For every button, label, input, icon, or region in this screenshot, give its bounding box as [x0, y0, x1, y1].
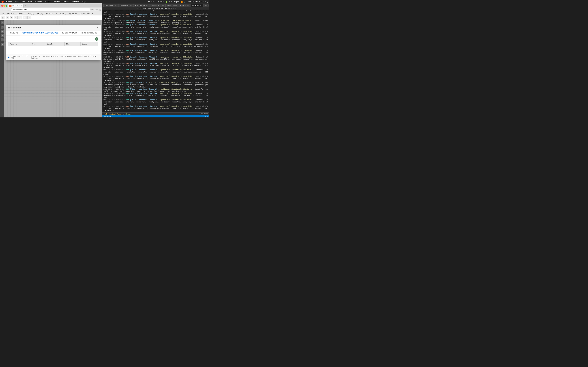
toolbar-btn-1[interactable]: ⬚: [1, 16, 5, 19]
nifi-settings-modal: NiFi Settings ✕ GENERAL REPORTING TASK C…: [6, 25, 101, 60]
term-tab-nifi[interactable]: nifi/instance ( ⌘2: [119, 4, 134, 7]
log-class: o.apache.nifi.security.xml.XXEValidator: [158, 31, 194, 32]
table-header: Name ▲ Type Bundle State Scope: [9, 42, 98, 46]
sidebar-navigate-icon[interactable]: ⊕: [1, 21, 4, 24]
bookmark-nifinnao[interactable]: NiFi (n.n.a.o): [55, 13, 67, 15]
bookmark-tl[interactable]: TL: [1, 13, 5, 15]
last-updated-section: Last updated: 19:21:58 PDT: [8, 55, 30, 59]
menu-edit[interactable]: Edit: [21, 1, 26, 3]
log-date: 2019-06-10 19:22:43,649: [103, 69, 124, 71]
toolbar-btn-6[interactable]: ⟳: [23, 16, 26, 19]
forward-button[interactable]: ›: [4, 8, 6, 11]
battery-status: 🔋 134% Charged: [165, 1, 179, 3]
term-tab-snap1[interactable]: 1.10.0-SNA... ⌘1: [103, 4, 119, 7]
toolbar-btn-4[interactable]: ▷: [14, 16, 17, 19]
log-level: INFO: [125, 50, 129, 51]
term-tab-w7[interactable]: -W (bash) ⌘7: [191, 4, 204, 7]
menu-scripts[interactable]: Scripts: [44, 1, 51, 3]
log-line: 2019-06-10 19:22:45,389 INFO [Flow Servi…: [103, 88, 208, 92]
wifi-icon: 📶: [181, 1, 183, 3]
menu-window[interactable]: Window: [71, 1, 79, 3]
add-service-button[interactable]: +: [95, 37, 98, 41]
log-level: INFO: [125, 24, 129, 26]
window-close-button[interactable]: [1, 5, 3, 7]
sidebar-process-icon[interactable]: P: [1, 25, 4, 29]
menu-profiles[interactable]: Profiles: [53, 1, 60, 3]
term-tab-label: -W (bash): [167, 4, 173, 6]
term-tab-label: -W (bash): [180, 4, 186, 6]
log-thread: [Validate Components Thread-5]: [130, 24, 157, 26]
sidebar-run-icon[interactable]: ▶: [1, 30, 4, 33]
log-level: INFO: [125, 69, 129, 71]
tab-general[interactable]: GENERAL: [8, 31, 20, 35]
menu-shell[interactable]: Shell: [14, 1, 20, 3]
tab-reporting-controller[interactable]: REPORTING TASK CONTROLLER SERVICES: [20, 31, 60, 35]
modal-close-button[interactable]: ✕: [96, 26, 98, 29]
log-line: 2019-06-10 19:22:33,641 INFO [Validate C…: [103, 37, 208, 43]
apple-menu[interactable]: 🍎: [1, 0, 4, 3]
nifi-favicon: N: [9, 5, 11, 7]
log-thread: [Validate Components Thread-4]: [130, 31, 157, 32]
bookmark-nifi1h[interactable]: NiFi (1h): [27, 13, 35, 15]
menu-session[interactable]: Session: [35, 1, 43, 3]
log-line: 2019-06-10 19:22:38,644 INFO [Validate C…: [103, 50, 208, 56]
bookmark-other[interactable]: Other Bookmarks: [79, 13, 94, 15]
log-line: 2019-06-10 19:22:23,750 INFO [Flow Servi…: [103, 20, 208, 24]
browser-nav: ‹ › ↻ Incognito ☆: [0, 8, 102, 12]
term-tab-w6[interactable]: -W (bash) ⌘6: [178, 4, 191, 7]
log-thread: [Validate Components Thread-4]: [130, 75, 157, 77]
menu-toolbelt[interactable]: Toolbelt: [62, 1, 70, 3]
tab-close-button[interactable]: ✕: [21, 5, 22, 7]
toolbar-btn-5[interactable]: ◻: [18, 16, 22, 19]
terminal-content[interactable]: 2019-06-10 19:22:03,688 WARN [Validate C…: [103, 10, 209, 112]
log-thread: [Validate Components Thread-4]: [130, 63, 157, 64]
modal-overlay: NiFi Settings ✕ GENERAL REPORTING TASK C…: [4, 20, 102, 117]
tab-registry-clients[interactable]: REGISTRY CLIENTS: [79, 31, 99, 35]
back-button[interactable]: ‹: [1, 8, 3, 11]
toolbar-btn-3[interactable]: ≡: [10, 16, 13, 19]
bookmark-nifi9443[interactable]: NiFi 9443: [45, 13, 54, 15]
bookmark-star-icon[interactable]: ☆: [99, 8, 101, 11]
log-level: WARN: [125, 56, 129, 58]
col-header-name[interactable]: Name ▲: [9, 42, 30, 46]
log-level: INFO: [125, 93, 129, 94]
new-tab-button[interactable]: +: [24, 4, 27, 7]
log-thread: [Validate Components Thread-4]: [130, 99, 157, 101]
refresh-icon: [8, 56, 10, 58]
log-class: o.apache.nifi.security.xml.XXEValidator: [158, 56, 194, 58]
bookmark-nr1h[interactable]: NR (1h): [36, 13, 44, 15]
menu-iterm2[interactable]: iTerm2: [6, 1, 12, 3]
sidebar-config-icon[interactable]: ⚙: [1, 43, 4, 46]
bookmark-anghm[interactable]: AN GH M: [6, 13, 15, 15]
log-line: 2019-06-10 19:22:53,659 INFO [Validate C…: [103, 99, 208, 105]
log-level: INFO: [125, 88, 129, 90]
log-level: INFO: [125, 20, 129, 22]
term-tab-num: ⌘5: [174, 4, 177, 6]
log-date: 2019-06-10 19:22:38,644: [103, 63, 124, 64]
sidebar-stop-icon[interactable]: ■: [1, 34, 4, 37]
log-class: o.apache.nifi.security.xml.XXEValidator: [158, 37, 194, 39]
bookmark-an9443[interactable]: A:N:9443: [17, 13, 26, 15]
table-body: [9, 46, 98, 52]
toolbar-settings[interactable]: ⚙: [27, 16, 31, 19]
window-minimize-button[interactable]: [3, 5, 5, 7]
tab-reporting-tasks[interactable]: REPORTING TASKS: [60, 31, 79, 35]
log-level: WARN: [125, 43, 129, 45]
menu-help[interactable]: Help: [81, 1, 86, 3]
bookmark-myissues[interactable]: My Issues: [68, 13, 78, 15]
sidebar-info-icon[interactable]: i: [1, 38, 4, 42]
log-line: 2019-06-10 19:22:28,635 INFO [Validate C…: [103, 24, 208, 30]
window-maximize-button[interactable]: [6, 5, 7, 7]
log-date: 2019-06-10 19:22:45,389: [103, 82, 124, 84]
menu-view[interactable]: View: [27, 1, 33, 3]
term-tab-tmpkite[interactable]: tmp/kite (bas... ⌘4: [149, 4, 165, 7]
address-bar[interactable]: [11, 8, 90, 11]
toolbar-btn-2[interactable]: ⊞: [6, 16, 9, 19]
refresh-button[interactable]: ↻: [7, 8, 10, 11]
term-tab-w5[interactable]: -W (bash) ⌘5: [165, 4, 178, 7]
browser-tab-nifi[interactable]: N NiFi Flow ✕: [8, 4, 24, 8]
nifi-sidebar: ⊕ P ▶ ■ i ⚙: [0, 20, 4, 117]
term-tab-wihue[interactable]: W/ihue (bash) ⌘3: [134, 4, 149, 7]
terminal-tab-bar: 1.10.0-SNA... ⌘1 nifi/instance ( ⌘2 W/ih…: [103, 3, 209, 7]
term-tab-minifi[interactable]: -W/minifi (ba... ⌘8: [204, 4, 209, 7]
